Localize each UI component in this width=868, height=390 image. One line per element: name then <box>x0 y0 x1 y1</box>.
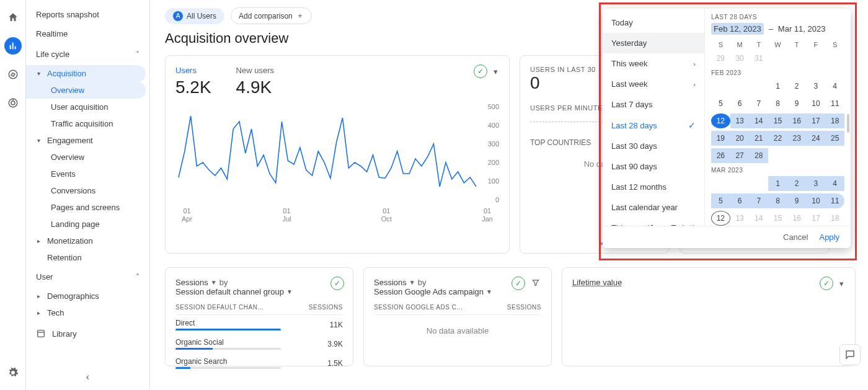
feedback-chat-icon[interactable] <box>839 344 861 365</box>
dp-preset-item[interactable]: This week› <box>603 53 704 74</box>
dp-preset-item[interactable]: Last 30 days <box>603 136 704 156</box>
nav-conversions[interactable]: Conversions <box>26 182 146 199</box>
calendar-day[interactable]: 18 <box>825 113 844 128</box>
calendar-day[interactable]: 20 <box>730 131 750 146</box>
reports-icon[interactable] <box>4 37 22 55</box>
calendar-day[interactable]: 8 <box>768 96 787 111</box>
calendar-day[interactable]: 22 <box>768 131 787 146</box>
calendar-day[interactable]: 14 <box>749 113 768 128</box>
dp-preset-item[interactable]: Last 28 days✓ <box>603 115 704 136</box>
calendar-day[interactable]: 12 <box>711 211 730 226</box>
nav-engagement[interactable]: ▾ Engagement <box>26 132 146 149</box>
card-menu-caret-icon[interactable]: ▾ <box>491 67 500 76</box>
metric-new-users-label[interactable]: New users <box>236 66 274 75</box>
section-life-cycle[interactable]: Life cycle ˄ <box>26 43 149 65</box>
calendar-day[interactable]: 7 <box>749 193 768 208</box>
calendar-day[interactable]: 30 <box>730 51 750 66</box>
calendar-day[interactable]: 13 <box>730 113 750 128</box>
calendar-day[interactable]: 15 <box>768 113 787 128</box>
calendar-day[interactable]: 27 <box>730 148 750 163</box>
dp-end-date[interactable]: Mar 11, 2023 <box>778 24 826 33</box>
calendar-day[interactable]: 31 <box>749 51 768 66</box>
nav-engagement-overview[interactable]: Overview <box>26 149 146 166</box>
metric-users-label[interactable]: Users <box>175 66 211 75</box>
nav-events[interactable]: Events <box>26 166 146 182</box>
nav-library[interactable]: Library <box>26 321 149 346</box>
dp-preset-item[interactable]: Today <box>603 12 704 33</box>
calendar-day[interactable]: 29 <box>711 51 730 66</box>
filter-icon[interactable] <box>529 278 542 289</box>
calendar-day[interactable]: 8 <box>768 193 787 208</box>
nav-user-acquisition[interactable]: User acquisition <box>26 99 146 115</box>
calendar-day[interactable]: 9 <box>787 193 807 208</box>
calendar-day[interactable]: 12 <box>711 113 730 128</box>
explore-icon[interactable] <box>4 66 22 83</box>
calendar-day[interactable]: 4 <box>825 79 844 94</box>
nav-retention[interactable]: Retention <box>26 249 146 266</box>
calendar-day[interactable]: 3 <box>807 79 826 94</box>
card-menu-caret-icon[interactable]: ▾ <box>837 279 846 288</box>
section-user[interactable]: User ˄ <box>26 266 149 288</box>
calendar-day[interactable]: 1 <box>768 79 787 94</box>
table-row[interactable]: Organic Search1.5K <box>175 353 343 373</box>
dp-preset-item[interactable]: Last 7 days <box>603 94 704 115</box>
dp-preset-item[interactable]: Last calendar year <box>603 197 704 218</box>
card-status-check-icon[interactable]: ✓ <box>820 277 833 290</box>
calendar-day[interactable]: 2 <box>787 79 807 94</box>
dp-preset-item[interactable]: Last 90 days <box>603 156 704 177</box>
table-row[interactable]: Direct11K <box>175 315 343 334</box>
advertising-icon[interactable] <box>4 94 22 112</box>
dp-preset-item[interactable]: Last week› <box>603 74 704 94</box>
table-row[interactable]: Organic Social3.9K <box>175 334 343 353</box>
card-status-check-icon[interactable]: ✓ <box>474 64 487 78</box>
dp-apply-button[interactable]: Apply <box>819 233 839 242</box>
calendar-day[interactable]: 28 <box>749 148 768 163</box>
dp-preset-item[interactable]: This year (Jan – Today) <box>603 218 704 226</box>
calendar-day[interactable]: 25 <box>825 131 844 146</box>
admin-gear-icon[interactable] <box>4 364 22 381</box>
calendar-day[interactable]: 2 <box>787 176 807 191</box>
nav-landing-page[interactable]: Landing page <box>26 216 146 233</box>
calendar-day[interactable]: 15 <box>768 211 787 226</box>
card-status-check-icon[interactable]: ✓ <box>512 277 525 290</box>
nav-traffic-acquisition[interactable]: Traffic acquisition <box>26 115 146 132</box>
calendar-day[interactable]: 26 <box>711 148 730 163</box>
calendar-day[interactable]: 9 <box>787 96 807 111</box>
nav-pages-screens[interactable]: Pages and screens <box>26 199 146 216</box>
calendar-day[interactable]: 13 <box>730 211 750 226</box>
calendar-day[interactable]: 14 <box>749 211 768 226</box>
calendar-day[interactable]: 17 <box>807 211 826 226</box>
calendar-day[interactable]: 17 <box>807 113 826 128</box>
calendar-day[interactable]: 18 <box>825 211 844 226</box>
calendar-day[interactable]: 21 <box>749 131 768 146</box>
nav-monetization[interactable]: ▸ Monetization <box>26 233 146 249</box>
calendar-day[interactable]: 6 <box>730 193 750 208</box>
segment-all-users[interactable]: A All Users <box>165 8 224 24</box>
nav-tech[interactable]: ▸ Tech <box>26 304 146 321</box>
calendar-day[interactable]: 1 <box>768 176 787 191</box>
calendar-day[interactable]: 7 <box>749 96 768 111</box>
dp-start-date[interactable]: Feb 12, 2023 <box>711 23 764 35</box>
calendar-day[interactable]: 19 <box>711 131 730 146</box>
calendar-day[interactable]: 5 <box>711 193 730 208</box>
card-title[interactable]: Sessions▼ by <box>175 278 343 287</box>
calendar-day[interactable]: 11 <box>825 193 844 208</box>
calendar-day[interactable]: 16 <box>787 211 807 226</box>
calendar-day[interactable]: 10 <box>807 96 826 111</box>
dp-preset-item[interactable]: Last 12 months <box>603 177 704 197</box>
add-comparison-button[interactable]: Add comparison ＋ <box>231 7 312 24</box>
calendar-day[interactable]: 6 <box>730 96 750 111</box>
calendar-day[interactable]: 3 <box>807 176 826 191</box>
dp-cancel-button[interactable]: Cancel <box>783 233 808 242</box>
card-status-check-icon[interactable]: ✓ <box>330 277 344 290</box>
nav-acquisition-overview[interactable]: Overview <box>26 82 146 99</box>
calendar-day[interactable]: 5 <box>711 96 730 111</box>
nav-demographics[interactable]: ▸ Demographics <box>26 288 146 304</box>
calendar-day[interactable]: 11 <box>825 96 844 111</box>
home-icon[interactable] <box>4 9 22 26</box>
collapse-sidebar-icon[interactable]: ‹ <box>86 371 89 383</box>
card-subtitle[interactable]: Session default channel group▼ <box>175 287 343 296</box>
nav-reports-snapshot[interactable]: Reports snapshot <box>26 5 149 24</box>
calendar-day[interactable]: 10 <box>807 193 826 208</box>
calendar-scrollbar[interactable] <box>847 114 849 133</box>
